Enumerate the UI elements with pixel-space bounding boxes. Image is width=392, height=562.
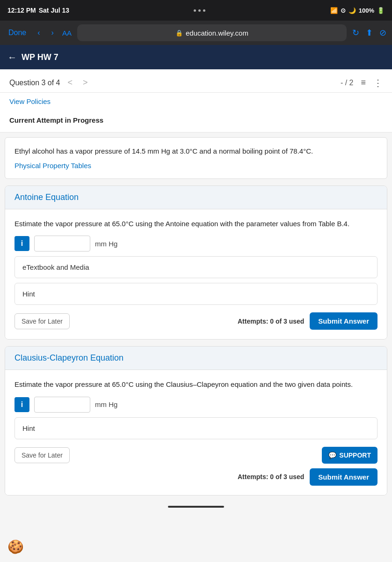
refresh-button[interactable]: ↻: [352, 28, 359, 38]
physical-property-tables-link[interactable]: Physical Property Tables: [15, 162, 91, 170]
content-area: Question 3 of 4 < > - / 2 ≡ ⋮ View Polic…: [0, 69, 392, 510]
aa-button[interactable]: AA: [62, 29, 72, 37]
antoine-question-text: Estimate the vapor pressure at 65.0°C us…: [15, 219, 377, 229]
clausius-unit-label: mm Hg: [95, 400, 117, 408]
status-bar: 12:12 PM Sat Jul 13 📶 ⊙ 🌙 100% 🔋: [0, 0, 392, 21]
chat-icon: 💬: [328, 451, 336, 459]
antoine-section-body: Estimate the vapor pressure at 65.0°C us…: [5, 209, 387, 340]
moon-icon: 🌙: [348, 7, 356, 14]
question-label: Question 3 of 4: [9, 79, 60, 87]
antoine-submit-button[interactable]: Submit Answer: [310, 312, 377, 330]
clausius-save-later-button[interactable]: Save for Later: [15, 447, 70, 463]
forward-button[interactable]: ›: [49, 27, 57, 39]
antoine-section: Antoine Equation Estimate the vapor pres…: [5, 185, 387, 340]
lock-icon: 🔒: [175, 30, 183, 37]
antoine-info-button[interactable]: i: [15, 236, 29, 251]
view-policies-row: View Policies: [0, 93, 392, 112]
url-text: education.wiley.com: [186, 29, 248, 37]
problem-box: Ethyl alcohol has a vapor pressure of 14…: [5, 137, 387, 179]
clausius-attempts-text: Attempts: 0 of 3 used: [238, 473, 304, 481]
clausius-info-button[interactable]: i: [15, 397, 29, 412]
clausius-submit-row: Attempts: 0 of 3 used Submit Answer: [15, 468, 377, 486]
antoine-attempts-submit: Attempts: 0 of 3 used Submit Answer: [238, 312, 377, 330]
cookie-footer: 🍪: [7, 539, 24, 555]
support-button[interactable]: 💬 SUPPORT: [322, 447, 377, 464]
share-button[interactable]: ⬆: [366, 28, 373, 38]
status-right: 📶 ⊙ 🌙 100% 🔋: [330, 7, 385, 14]
dot-3: [203, 9, 205, 12]
date-display: Sat Jul 13: [39, 7, 69, 14]
clausius-section: Clausius-Clapeyron Equation Estimate the…: [5, 346, 387, 495]
cookie-button[interactable]: 🍪: [7, 539, 24, 555]
antoine-save-later-button[interactable]: Save for Later: [15, 313, 70, 329]
browser-bar: Done ‹ › AA 🔒 education.wiley.com ↻ ⬆ ⊘: [0, 21, 392, 45]
next-question-button[interactable]: >: [80, 77, 91, 89]
antoine-bottom-row: Save for Later Attempts: 0 of 3 used Sub…: [15, 312, 377, 330]
location-icon: ⊙: [341, 7, 346, 14]
attempt-status-text: Current Attempt in Progress: [9, 116, 103, 124]
antoine-hint-row[interactable]: Hint: [15, 283, 377, 305]
antoine-hint-label: Hint: [22, 290, 35, 298]
antoine-attempts-text: Attempts: 0 of 3 used: [238, 318, 304, 325]
clausius-hint-row[interactable]: Hint: [15, 417, 377, 439]
clausius-question-text: Estimate the vapor pressure at 65.0°C us…: [15, 379, 377, 390]
score-display: - / 2: [341, 79, 354, 87]
status-left: 12:12 PM Sat Jul 13: [7, 7, 69, 14]
etextbook-row[interactable]: eTextbook and Media: [15, 256, 377, 278]
status-dots: [194, 9, 205, 12]
list-icon[interactable]: ≡: [361, 78, 366, 88]
battery-icon: 🔋: [377, 7, 385, 14]
clausius-submit-button[interactable]: Submit Answer: [310, 468, 377, 486]
home-bar-line: [168, 506, 224, 508]
url-bar[interactable]: 🔒 education.wiley.com: [77, 24, 347, 41]
antoine-unit-label: mm Hg: [95, 240, 117, 248]
clausius-answer-row: i mm Hg: [15, 397, 377, 413]
home-bar: [0, 502, 392, 510]
support-label: SUPPORT: [339, 451, 371, 459]
clausius-section-title: Clausius-Clapeyron Equation: [15, 353, 123, 362]
question-nav: Question 3 of 4 < >: [9, 77, 91, 89]
clausius-section-header: Clausius-Clapeyron Equation: [5, 347, 387, 370]
back-arrow-icon[interactable]: ←: [7, 52, 17, 63]
clausius-hint-label: Hint: [22, 424, 35, 432]
clausius-answer-input[interactable]: [34, 397, 90, 413]
nav-header: ← WP HW 7: [0, 45, 392, 69]
clausius-attempts-submit: Attempts: 0 of 3 used Submit Answer: [238, 468, 377, 486]
more-options-icon[interactable]: ⋮: [373, 77, 383, 89]
antoine-answer-input[interactable]: [34, 236, 90, 251]
page-title: WP HW 7: [22, 52, 58, 62]
question-right: - / 2 ≡ ⋮: [341, 77, 383, 89]
clausius-bottom-row: Save for Later 💬 SUPPORT: [15, 447, 377, 464]
antoine-section-header: Antoine Equation: [5, 186, 387, 209]
antoine-section-title: Antoine Equation: [15, 192, 79, 202]
view-policies-link[interactable]: View Policies: [9, 97, 51, 105]
prev-question-button[interactable]: <: [65, 77, 76, 89]
etextbook-label: eTextbook and Media: [22, 263, 89, 271]
problem-text: Ethyl alcohol has a vapor pressure of 14…: [15, 146, 377, 157]
time-display: 12:12 PM: [7, 7, 36, 14]
battery-percent: 100%: [359, 7, 374, 14]
clausius-section-body: Estimate the vapor pressure at 65.0°C us…: [5, 370, 387, 495]
antoine-answer-row: i mm Hg: [15, 236, 377, 251]
wifi-icon: 📶: [330, 7, 338, 14]
browser-actions: ↻ ⬆ ⊘: [352, 28, 386, 38]
dot-1: [194, 9, 196, 12]
question-header: Question 3 of 4 < > - / 2 ≡ ⋮: [0, 69, 392, 93]
back-button[interactable]: ‹: [35, 27, 43, 39]
dot-2: [198, 9, 201, 12]
done-button[interactable]: Done: [6, 27, 29, 39]
attempt-status-banner: Current Attempt in Progress: [0, 112, 392, 133]
compass-button[interactable]: ⊘: [379, 28, 386, 38]
